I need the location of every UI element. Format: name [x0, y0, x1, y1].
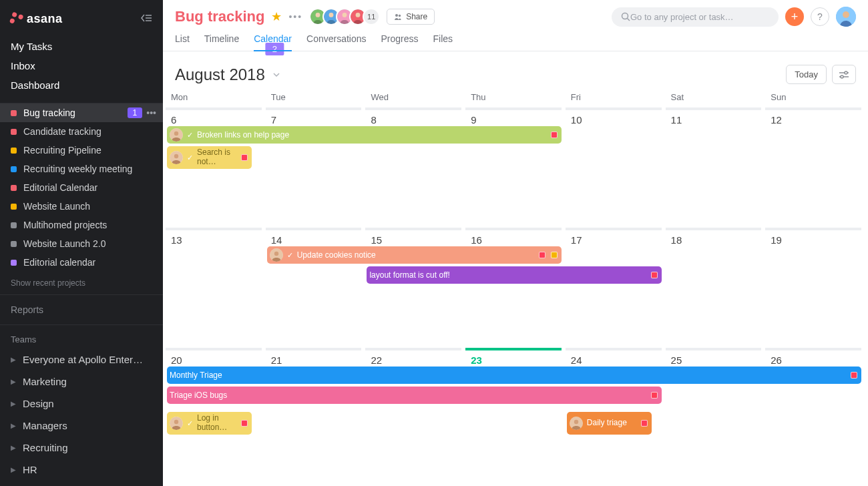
nav-inbox[interactable]: Inbox	[0, 56, 163, 75]
help-button[interactable]: ?	[811, 7, 829, 26]
calendar-day-cell[interactable]: 21	[266, 348, 362, 468]
project-actions-icon[interactable]: •••	[288, 11, 302, 22]
calendar-day-cell[interactable]: 9	[465, 107, 562, 228]
current-user-avatar[interactable]	[836, 7, 856, 27]
project-members[interactable]: 11	[309, 8, 380, 25]
calendar-event[interactable]: ✓ Log in button…	[167, 412, 252, 435]
nav-my-tasks[interactable]: My Tasks	[0, 37, 163, 56]
weekday-label: Wed	[365, 89, 465, 107]
svg-point-28	[174, 420, 178, 424]
calendar-day-cell[interactable]: 8	[365, 107, 461, 228]
team-item[interactable]: ▶Everyone at Apollo Enter…	[0, 348, 163, 371]
day-number: 23	[471, 354, 556, 366]
assignee-avatar	[170, 151, 183, 164]
tab-calendar[interactable]: Calendar 2	[254, 33, 292, 51]
calendar-event[interactable]: layout format is cut off!	[367, 266, 661, 284]
team-label: HR	[23, 464, 37, 475]
tab-conversations[interactable]: Conversations	[306, 33, 367, 51]
star-icon[interactable]: ★	[271, 9, 282, 24]
calendar-day-cell[interactable]: 26	[765, 348, 861, 468]
calendar-day-cell[interactable]: 17	[566, 228, 662, 348]
logo-text: asana	[27, 12, 63, 26]
calendar-day-cell[interactable]: 12	[765, 107, 861, 228]
calendar-day-cell[interactable]: 18	[666, 228, 762, 348]
event-tag	[851, 372, 857, 379]
tab-progress[interactable]: Progress	[381, 33, 419, 51]
today-button[interactable]: Today	[786, 65, 827, 84]
svg-point-18	[845, 71, 847, 74]
calendar-day-cell[interactable]: 19	[765, 228, 861, 348]
team-item[interactable]: ▶Managers	[0, 415, 163, 437]
project-color-dot	[11, 110, 17, 116]
project-badge: 1	[128, 107, 143, 118]
day-number: 25	[671, 354, 756, 366]
month-picker-icon[interactable]	[272, 69, 281, 80]
calendar-event[interactable]: Triage iOS bugs	[167, 387, 662, 404]
collapse-sidebar-icon[interactable]	[140, 13, 152, 25]
sidebar-project-item[interactable]: Recruiting Pipeline	[0, 141, 163, 160]
team-item[interactable]: ▶Design	[0, 393, 163, 415]
add-button[interactable]: +	[785, 7, 804, 26]
sidebar-project-item[interactable]: Website Launch	[0, 197, 163, 216]
asana-logo-icon	[9, 11, 24, 27]
calendar-day-cell[interactable]: 16	[465, 228, 562, 348]
calendar-day-cell[interactable]: 25	[666, 348, 762, 468]
team-item[interactable]: ▶Marketing	[0, 371, 163, 393]
calendar-day-cell[interactable]: 15	[365, 228, 461, 348]
calendar-day-cell[interactable]: 10	[566, 107, 662, 228]
check-icon: ✓	[187, 131, 193, 140]
day-number: 14	[271, 234, 357, 246]
tab-timeline[interactable]: Timeline	[204, 33, 239, 51]
tab-files[interactable]: Files	[433, 33, 453, 51]
assignee-avatar	[170, 417, 183, 430]
project-color-dot	[11, 204, 17, 210]
assignee-avatar	[270, 248, 283, 262]
project-more-icon[interactable]: •••	[146, 107, 156, 118]
tab-list[interactable]: List	[175, 33, 190, 51]
calendar-event[interactable]: ✓ Broken links on help page	[167, 126, 562, 144]
show-recent-projects[interactable]: Show recent projects	[0, 272, 163, 294]
calendar-day-cell[interactable]: 14	[266, 228, 362, 348]
calendar-settings-button[interactable]	[832, 65, 856, 84]
calendar-day-cell[interactable]: 23	[465, 348, 562, 468]
team-label: Everyone at Apollo Enter…	[23, 354, 143, 365]
calendar-day-cell[interactable]: 11	[666, 107, 762, 228]
sidebar-project-item[interactable]: Bug tracking 1 •••	[0, 103, 163, 122]
calendar-day-cell[interactable]: 24	[566, 348, 662, 468]
calendar-event[interactable]: Monthly Triage	[167, 367, 861, 384]
logo[interactable]: asana	[11, 12, 63, 26]
project-title: Bug tracking	[175, 8, 264, 25]
teams-header: Teams	[0, 330, 163, 348]
calendar-event[interactable]: Daily triage	[567, 412, 652, 435]
project-label: Multihomed projects	[23, 220, 156, 230]
team-label: Design	[23, 398, 54, 409]
sidebar-project-item[interactable]: Website Launch 2.0	[0, 234, 163, 253]
calendar-day-cell[interactable]: 13	[166, 228, 262, 348]
calendar-event[interactable]: ✓ Search is not…	[167, 146, 252, 169]
calendar-day-cell[interactable]: 7	[266, 107, 362, 228]
day-number: 19	[771, 234, 856, 246]
calendar-day-cell[interactable]: 20	[166, 348, 262, 468]
weekday-label: Tue	[266, 89, 366, 107]
calendar-event[interactable]: ✓ Update cookies notice	[267, 246, 562, 264]
sidebar: asana My Tasks Inbox Dashboard Bug track…	[0, 0, 163, 486]
check-icon: ✓	[187, 419, 193, 428]
team-item[interactable]: ▶HR	[0, 459, 163, 481]
day-number: 6	[171, 114, 256, 126]
reports-link[interactable]: Reports	[0, 294, 163, 324]
sidebar-project-item[interactable]: Candidate tracking	[0, 122, 163, 141]
search-box[interactable]	[612, 7, 779, 27]
member-overflow-count[interactable]: 11	[363, 8, 380, 25]
calendar-day-cell[interactable]: 22	[365, 348, 461, 468]
share-button[interactable]: Share	[387, 9, 435, 25]
nav-dashboard[interactable]: Dashboard	[0, 75, 163, 95]
event-tag	[651, 392, 658, 399]
svg-point-10	[356, 13, 361, 17]
sidebar-project-item[interactable]: Editorial calendar	[0, 253, 163, 272]
sidebar-project-item[interactable]: Multihomed projects	[0, 216, 163, 234]
sidebar-project-item[interactable]: Recruiting weekly meeting	[0, 160, 163, 178]
svg-line-14	[628, 19, 630, 21]
sidebar-project-item[interactable]: Editorial Calendar	[0, 178, 163, 197]
team-item[interactable]: ▶Recruiting	[0, 437, 163, 459]
search-input[interactable]	[630, 12, 769, 22]
